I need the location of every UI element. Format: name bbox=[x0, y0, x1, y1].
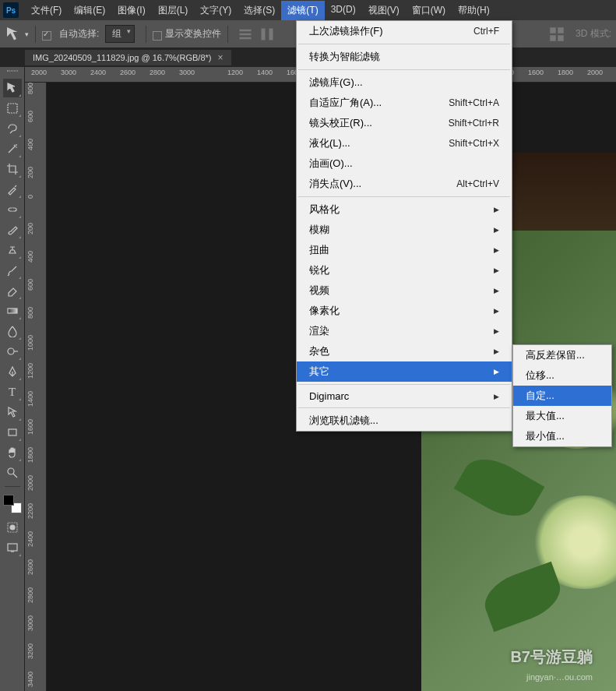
menu-oil-paint[interactable]: 油画(O)... bbox=[297, 153, 512, 174]
rectangle-tool[interactable] bbox=[3, 423, 22, 442]
move-tool[interactable] bbox=[3, 79, 22, 97]
svg-rect-4 bbox=[269, 28, 273, 40]
menu-browse-filters-online[interactable]: 浏览联机滤镜... bbox=[297, 411, 512, 431]
menu-distort[interactable]: 扭曲▶ bbox=[297, 240, 512, 260]
svg-rect-5 bbox=[550, 27, 556, 33]
magic-wand-tool[interactable] bbox=[3, 139, 22, 158]
marquee-tool[interactable] bbox=[3, 99, 22, 118]
menu-select[interactable]: 选择(S) bbox=[238, 1, 281, 20]
svg-rect-9 bbox=[8, 104, 17, 113]
menu-other[interactable]: 其它▶ bbox=[297, 361, 512, 382]
menu-noise[interactable]: 杂色▶ bbox=[297, 341, 512, 361]
gradient-tool[interactable] bbox=[3, 301, 22, 320]
menu-render[interactable]: 渲染▶ bbox=[297, 321, 512, 341]
watermark-subtext: jingyan·…ou.com bbox=[526, 672, 593, 682]
menu-digimarc[interactable]: Digimarc▶ bbox=[297, 387, 512, 405]
svg-rect-13 bbox=[9, 429, 16, 435]
align-icon-2[interactable] bbox=[259, 26, 275, 42]
menu-bar: Ps 文件(F) 编辑(E) 图像(I) 图层(L) 文字(Y) 选择(S) 滤… bbox=[0, 0, 616, 20]
close-tab-icon[interactable]: × bbox=[217, 52, 223, 63]
menu-file[interactable]: 文件(F) bbox=[25, 1, 68, 20]
eraser-tool[interactable] bbox=[3, 281, 22, 300]
document-tab[interactable]: IMG_20240509_111829.jpg @ 16.7%(RGB/8*) … bbox=[25, 50, 231, 65]
submenu-high-pass[interactable]: 高反差保留... bbox=[513, 345, 611, 365]
menu-stylize[interactable]: 风格化▶ bbox=[297, 199, 512, 220]
document-title: IMG_20240509_111829.jpg @ 16.7%(RGB/8*) bbox=[33, 53, 211, 62]
svg-rect-11 bbox=[8, 308, 17, 313]
arrange-icon[interactable] bbox=[549, 26, 565, 42]
menu-convert-smart-filter[interactable]: 转换为智能滤镜 bbox=[297, 47, 512, 67]
svg-rect-8 bbox=[558, 35, 564, 41]
menu-filter[interactable]: 滤镜(T) bbox=[281, 1, 324, 20]
menu-liquify[interactable]: 液化(L)...Shift+Ctrl+X bbox=[297, 133, 512, 153]
menu-sharpen[interactable]: 锐化▶ bbox=[297, 260, 512, 280]
screen-mode-tool[interactable] bbox=[3, 538, 22, 557]
panel-grip[interactable] bbox=[5, 70, 20, 75]
menu-type[interactable]: 文字(Y) bbox=[194, 1, 238, 20]
zoom-tool[interactable] bbox=[3, 464, 22, 482]
menu-layer[interactable]: 图层(L) bbox=[152, 1, 195, 20]
lasso-tool[interactable] bbox=[3, 119, 22, 138]
app-logo: Ps bbox=[3, 2, 19, 18]
foreground-color-swatch[interactable] bbox=[3, 495, 14, 506]
vertical-ruler[interactable]: 8006004002000200400600800100012001400160… bbox=[25, 83, 47, 691]
menu-edit[interactable]: 编辑(E) bbox=[68, 1, 111, 20]
submenu-minimum[interactable]: 最小值... bbox=[513, 426, 611, 446]
menu-last-filter[interactable]: 上次滤镜操作(F)Ctrl+F bbox=[297, 21, 512, 41]
clone-stamp-tool[interactable] bbox=[3, 241, 22, 259]
menu-vanishing-point[interactable]: 消失点(V)...Alt+Ctrl+V bbox=[297, 174, 512, 194]
svg-rect-0 bbox=[240, 29, 252, 31]
menu-3d[interactable]: 3D(D) bbox=[325, 1, 362, 20]
submenu-offset[interactable]: 位移... bbox=[513, 365, 611, 386]
menu-video[interactable]: 视频▶ bbox=[297, 280, 512, 301]
pen-tool[interactable] bbox=[3, 362, 22, 381]
menu-image[interactable]: 图像(I) bbox=[111, 1, 151, 20]
svg-rect-6 bbox=[558, 27, 564, 33]
svg-rect-1 bbox=[240, 33, 252, 35]
svg-rect-17 bbox=[8, 544, 17, 551]
eyedropper-tool[interactable] bbox=[3, 180, 22, 199]
menu-blur[interactable]: 模糊▶ bbox=[297, 220, 512, 240]
blur-tool[interactable] bbox=[3, 322, 22, 340]
quick-mask-tool[interactable] bbox=[3, 518, 22, 537]
menu-filter-gallery[interactable]: 滤镜库(G)... bbox=[297, 72, 512, 93]
submenu-custom[interactable]: 自定... bbox=[513, 386, 611, 406]
menu-adaptive-wide-angle[interactable]: 自适应广角(A)...Shift+Ctrl+A bbox=[297, 93, 512, 113]
watermark-text: B7号游豆躺 bbox=[510, 647, 593, 668]
history-brush-tool[interactable] bbox=[3, 261, 22, 280]
menu-help[interactable]: 帮助(H) bbox=[452, 1, 496, 20]
3d-mode-label: 3D 模式: bbox=[576, 27, 611, 41]
svg-rect-3 bbox=[262, 28, 266, 40]
auto-select-dropdown[interactable]: 组 bbox=[105, 25, 135, 43]
align-icon-1[interactable] bbox=[238, 26, 253, 42]
menu-view[interactable]: 视图(V) bbox=[362, 1, 406, 20]
color-swatches[interactable] bbox=[3, 495, 22, 513]
svg-point-12 bbox=[8, 348, 14, 354]
svg-rect-2 bbox=[240, 37, 252, 39]
submenu-maximum[interactable]: 最大值... bbox=[513, 406, 611, 426]
dodge-tool[interactable] bbox=[3, 342, 22, 361]
svg-point-16 bbox=[10, 525, 15, 530]
filter-menu-dropdown: 上次滤镜操作(F)Ctrl+F 转换为智能滤镜 滤镜库(G)... 自适应广角(… bbox=[296, 20, 512, 432]
svg-point-14 bbox=[8, 468, 14, 474]
move-tool-icon[interactable] bbox=[5, 25, 23, 44]
crop-tool[interactable] bbox=[3, 160, 22, 178]
show-transform-checkbox[interactable] bbox=[153, 31, 162, 41]
show-transform-label: 显示变换控件 bbox=[165, 27, 221, 41]
menu-lens-correction[interactable]: 镜头校正(R)...Shift+Ctrl+R bbox=[297, 113, 512, 133]
tools-panel: T bbox=[0, 67, 25, 691]
other-submenu: 高反差保留... 位移... 自定... 最大值... 最小值... bbox=[512, 344, 612, 447]
type-tool[interactable]: T bbox=[3, 383, 22, 401]
menu-window[interactable]: 窗口(W) bbox=[406, 1, 452, 20]
brush-tool[interactable] bbox=[3, 220, 22, 239]
path-selection-tool[interactable] bbox=[3, 403, 22, 421]
hand-tool[interactable] bbox=[3, 443, 22, 462]
auto-select-label: 自动选择: bbox=[59, 27, 99, 41]
menu-pixelate[interactable]: 像素化▶ bbox=[297, 301, 512, 321]
auto-select-checkbox[interactable] bbox=[42, 31, 51, 41]
healing-brush-tool[interactable] bbox=[3, 200, 22, 219]
svg-rect-7 bbox=[550, 35, 556, 41]
